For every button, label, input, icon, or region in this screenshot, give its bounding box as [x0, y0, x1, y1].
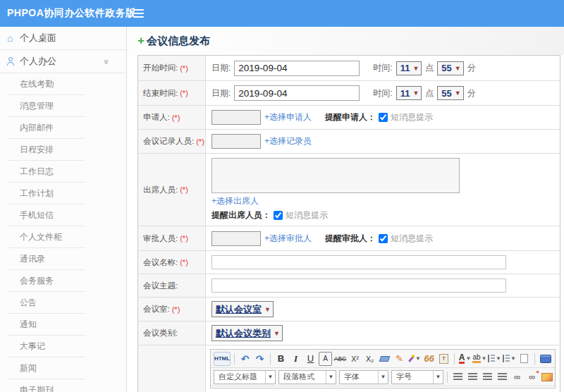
end-hour-select[interactable]: 11▼ [396, 86, 422, 100]
select-arrow-icon: ▼ [265, 371, 275, 384]
remind-applicant-checkbox[interactable] [379, 113, 388, 122]
sidebar-submenu-item[interactable]: 通讯录 [0, 248, 126, 270]
start-minute-select[interactable]: 55▼ [437, 61, 463, 75]
align-center-icon [468, 373, 477, 381]
sidebar-submenu-item[interactable]: 内部邮件 [0, 117, 126, 139]
sidebar-submenu-item[interactable]: 通知 [0, 314, 126, 336]
editor-format-select[interactable]: 段落格式▼ [278, 370, 336, 384]
select-arrow-icon: ▼ [326, 371, 336, 384]
field-label: 会议名称: [143, 257, 178, 268]
sidebar-submenu-item[interactable]: 手机短信 [0, 204, 126, 226]
redo-button[interactable]: ↷ [253, 352, 266, 366]
font-color-button[interactable]: A▼ [458, 352, 472, 366]
field-label: 会议类别: [143, 328, 178, 338]
align-justify-button[interactable] [496, 370, 509, 384]
home-icon: ⌂ [7, 32, 20, 44]
approver-input[interactable] [212, 231, 261, 246]
sidebar-submenu-item[interactable]: 大事记 [0, 336, 126, 357]
sidebar-submenu-item[interactable]: 在线考勤 [0, 73, 126, 95]
subscript-button[interactable]: X₂ [363, 352, 376, 366]
editor-format-select[interactable]: 自定义标题▼ [214, 370, 276, 384]
sidebar-submenu-item[interactable]: 会务服务 [0, 270, 126, 292]
applicant-input[interactable] [212, 110, 261, 125]
remind-attendees-checkbox[interactable] [274, 211, 283, 220]
align-left-button[interactable] [451, 370, 465, 384]
meeting-name-input[interactable] [212, 255, 506, 269]
sidebar-submenu-item[interactable]: 日程安排 [0, 139, 126, 161]
row-applicant: 申请人:(*) +选择申请人 提醒申请人： 短消息提示 [138, 106, 560, 130]
select-arrow-icon: ▼ [455, 65, 461, 72]
start-date-input[interactable] [234, 61, 360, 76]
sms-hint-label: 短消息提示 [391, 233, 433, 245]
align-left-icon [453, 373, 462, 381]
align-right-button[interactable] [481, 370, 494, 384]
sidebar-submenu-item[interactable]: 个人文件柜 [0, 226, 126, 248]
unordered-list-button[interactable]: ▼ [503, 352, 516, 366]
meeting-room-select[interactable]: 默认会议室▼ [212, 301, 274, 317]
end-date-input[interactable] [234, 85, 360, 101]
unlink-button[interactable]: ∞ [525, 370, 539, 384]
row-meeting-content: HTML ↶ ↷ B I U A ABC X² X₂ [138, 345, 560, 392]
sidebar-item-desktop[interactable]: ⌂ 个人桌面 [0, 27, 126, 50]
blockquote-button[interactable]: 66 [422, 352, 436, 366]
row-meeting-category: 会议类别: 默认会议类别▼ [138, 321, 560, 345]
sms-hint-label: 短消息提示 [391, 111, 433, 123]
sidebar-submenu-item[interactable]: 公告 [0, 292, 126, 314]
sidebar-submenu-item[interactable]: 消息管理 [0, 95, 126, 117]
highlight-button[interactable]: ab▼ [473, 352, 486, 366]
sms-hint-label: 短消息提示 [286, 209, 328, 221]
end-minute-select[interactable]: 55▼ [437, 86, 463, 100]
editor-format-select[interactable]: 字号▼ [391, 370, 443, 384]
row-meeting-name: 会议名称:(*) [138, 251, 560, 274]
sidebar-submenu-item[interactable]: 电子期刊 [0, 379, 126, 392]
format-brush-button[interactable]: ✎ [393, 352, 406, 366]
remind-label: 提醒出席人员： [212, 209, 271, 221]
row-end-time: 结束时间:(*) 日期: 时间: 11▼ 点 55▼ 分 [138, 81, 560, 106]
html-source-button[interactable]: HTML [214, 352, 231, 366]
page-header: + 会议信息发布 [128, 27, 564, 55]
strikethrough-button[interactable]: ABC [333, 352, 347, 366]
paste-button[interactable]: T [437, 352, 450, 366]
meeting-subject-input[interactable] [212, 278, 506, 293]
ordered-list-button[interactable]: ▼ [488, 352, 501, 366]
remind-approver-checkbox[interactable] [379, 234, 388, 243]
align-justify-icon [498, 373, 507, 381]
new-page-button[interactable] [517, 352, 531, 366]
editor-content-area[interactable] [211, 386, 555, 388]
required-mark: (*) [172, 305, 180, 314]
field-label: 会议记录人员: [143, 136, 194, 147]
insert-link-button[interactable]: ∞ [510, 370, 524, 384]
hamburger-menu-icon[interactable] [133, 9, 144, 18]
italic-button[interactable]: I [289, 352, 302, 366]
autotypeset-button[interactable]: ▼ [407, 352, 421, 366]
sidebar-submenu-item[interactable]: 工作计划 [0, 183, 126, 204]
choose-attendees-link[interactable]: +选择出席人 [212, 195, 259, 207]
choose-applicant-link[interactable]: +选择申请人 [264, 111, 312, 123]
bold-button[interactable]: B [274, 352, 288, 366]
undo-button[interactable]: ↶ [238, 352, 252, 366]
field-label: 出席人员: [143, 185, 178, 195]
insert-image-button[interactable] [540, 370, 553, 384]
editor-format-select[interactable]: 字体▼ [339, 370, 388, 384]
clipboard-icon: T [439, 354, 448, 364]
underline-button[interactable]: U [304, 352, 317, 366]
required-mark: (*) [180, 89, 188, 97]
align-center-button[interactable] [466, 370, 479, 384]
blank-page-icon [520, 354, 528, 363]
start-hour-select[interactable]: 11▼ [396, 61, 422, 75]
choose-approver-link[interactable]: +选择审批人 [264, 233, 312, 245]
fullscreen-button[interactable] [539, 352, 552, 366]
sidebar-submenu-item[interactable]: 工作日志 [0, 161, 126, 183]
choose-recorder-link[interactable]: +选择记录员 [264, 135, 312, 147]
sidebar-item-office[interactable]: 个人办公 » [0, 50, 126, 73]
select-arrow-icon: ▼ [412, 90, 419, 97]
sidebar-submenu-item[interactable]: 新闻 [0, 357, 126, 379]
font-background-button[interactable]: A [319, 352, 332, 366]
superscript-button[interactable]: X² [348, 352, 362, 366]
attendees-textarea[interactable] [212, 158, 460, 193]
meeting-category-select[interactable]: 默认会议类别▼ [212, 325, 283, 341]
remove-format-button[interactable] [378, 352, 391, 366]
meeting-form: 开始时间:(*) 日期: 时间: 11▼ 点 55▼ 分 结束时间:(*) 日期… [137, 55, 560, 392]
recorder-input[interactable] [212, 134, 261, 149]
required-mark: (*) [180, 258, 188, 267]
